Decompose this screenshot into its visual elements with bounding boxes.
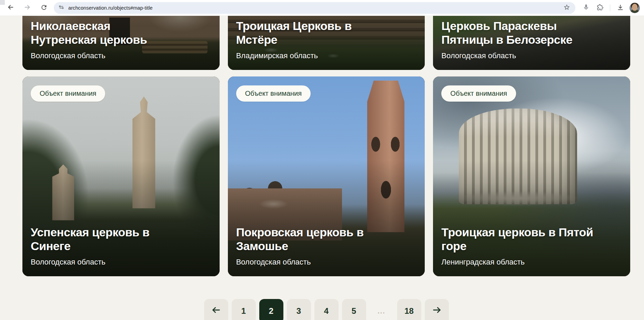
card-region: Вологодская область — [31, 51, 211, 60]
pagination-page-2-active[interactable]: 2 — [259, 299, 283, 320]
object-card[interactable]: Троицкая Церковь в Мстёре Владимирская о… — [228, 16, 425, 70]
star-icon — [563, 4, 570, 12]
object-card[interactable]: Церковь Параскевы Пятницы в Белозерске В… — [433, 16, 630, 70]
page-content: Николаевская Нутренская церковь Вологодс… — [0, 16, 644, 320]
profile-avatar[interactable] — [630, 3, 640, 13]
pagination-prev-button[interactable] — [204, 299, 228, 320]
card-region: Вологодская область — [441, 51, 622, 60]
forward-button[interactable] — [21, 2, 33, 14]
reload-icon — [40, 4, 48, 12]
pagination-page-1[interactable]: 1 — [232, 299, 256, 320]
back-button[interactable] — [5, 2, 17, 14]
card-content: Успенская церковь в Синеге Вологодская о… — [22, 225, 220, 276]
card-region: Владимирская область — [236, 51, 417, 60]
browser-toolbar: archconservation.ru/objects#map-title — [0, 0, 644, 16]
pagination: 1 2 3 4 5 ... 18 — [22, 299, 630, 320]
voice-search-button[interactable] — [580, 2, 592, 14]
attention-badge: Объект внимания — [31, 85, 105, 102]
card-content: Троицкая церковь в Пятой горе Ленинградс… — [433, 225, 630, 276]
card-title: Троицкая церковь в Пятой горе — [441, 225, 622, 253]
extensions-button[interactable] — [594, 2, 606, 14]
site-settings-icon[interactable] — [58, 4, 65, 12]
window-corner — [0, 0, 5, 5]
object-card[interactable]: Объект внимания Покровская церковь в Зам… — [228, 76, 425, 276]
object-card[interactable]: Объект внимания Успенская церковь в Сине… — [22, 76, 220, 276]
card-region: Вологодская область — [31, 258, 211, 267]
card-title: Покровская церковь в Замошье — [236, 225, 417, 253]
card-content: Покровская церковь в Замошье Вологодская… — [228, 225, 425, 276]
attention-badge: Объект внимания — [441, 85, 516, 102]
arrow-left-icon — [211, 305, 221, 317]
address-bar[interactable]: archconservation.ru/objects#map-title — [54, 2, 575, 14]
card-content: Николаевская Нутренская церковь Вологодс… — [22, 19, 220, 70]
microphone-icon — [583, 4, 590, 12]
reload-button[interactable] — [38, 2, 50, 14]
card-title: Церковь Параскевы Пятницы в Белозерске — [441, 19, 622, 47]
pagination-next-button[interactable] — [425, 299, 449, 320]
download-icon — [617, 4, 624, 12]
object-card[interactable]: Объект внимания Троицкая церковь в Пятой… — [433, 76, 630, 276]
forward-icon — [23, 3, 31, 12]
card-title: Николаевская Нутренская церковь — [31, 19, 211, 47]
bookmark-button[interactable] — [562, 3, 572, 13]
pagination-ellipsis: ... — [370, 299, 394, 320]
puzzle-icon — [596, 4, 604, 12]
pagination-page-3[interactable]: 3 — [287, 299, 311, 320]
pagination-page-5[interactable]: 5 — [342, 299, 366, 320]
nav-button-group — [5, 2, 50, 14]
pagination-page-18[interactable]: 18 — [397, 299, 421, 320]
pagination-page-4[interactable]: 4 — [314, 299, 339, 320]
card-region: Вологодская область — [236, 258, 417, 267]
arrow-right-icon — [432, 305, 442, 317]
back-icon — [7, 3, 14, 12]
url-text[interactable]: archconservation.ru/objects#map-title — [68, 5, 562, 11]
card-grid-top-row: Николаевская Нутренская церковь Вологодс… — [22, 16, 630, 70]
card-title: Троицкая Церковь в Мстёре — [236, 19, 417, 47]
object-card[interactable]: Николаевская Нутренская церковь Вологодс… — [22, 16, 220, 70]
card-region: Ленинградская область — [441, 258, 622, 267]
card-content: Троицкая Церковь в Мстёре Владимирская о… — [228, 19, 425, 70]
toolbar-right-group — [580, 2, 640, 14]
attention-badge: Объект внимания — [236, 85, 311, 102]
toolbar-separator — [610, 4, 610, 11]
card-title: Успенская церковь в Синеге — [31, 225, 211, 253]
card-content: Церковь Параскевы Пятницы в Белозерске В… — [433, 19, 630, 70]
downloads-button[interactable] — [614, 2, 626, 14]
card-grid-main-row: Объект внимания Успенская церковь в Сине… — [22, 76, 630, 276]
